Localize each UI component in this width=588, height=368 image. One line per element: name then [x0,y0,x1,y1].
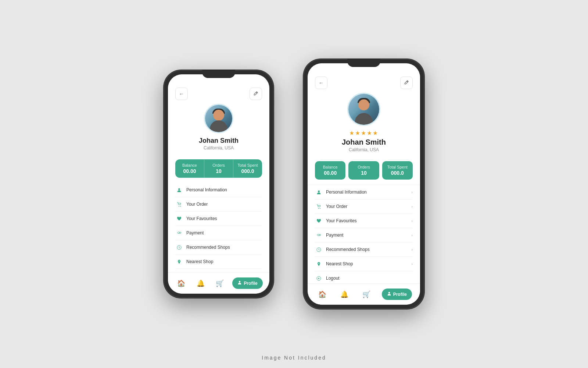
profile-icon-2 [387,291,391,297]
edit-button-1[interactable] [250,88,262,100]
svg-point-7 [239,281,240,282]
phone-2: ← [303,59,424,309]
nav-cart-1[interactable]: 🛒 [213,277,226,290]
nav-bell-2[interactable]: 🔔 [338,288,351,301]
profile-label-2: Profile [393,292,407,297]
menu-logout-2[interactable]: Logout [315,271,413,283]
payment-icon-2 [315,231,322,239]
chevron-pay-2: › [411,233,413,237]
phone-1: ← [164,70,274,298]
svg-point-1 [179,206,179,206]
back-button-1[interactable]: ← [175,88,188,100]
menu-nearest-shop-2[interactable]: Nearest Shop › [315,257,413,271]
location-icon-1 [175,258,183,265]
bottom-nav-2: 🏠 🔔 🛒 Profile [308,283,420,305]
phones-container: ← [164,59,424,309]
phone-2-inner: ← [308,63,420,305]
stat-orders-1: Orders 10 [204,159,233,178]
cart-icon-2 [315,203,322,210]
screen-header-1: ← [168,74,269,104]
menu-payment-1[interactable]: Payment [175,226,262,240]
stats-bar-1: Balance 00.00 Orders 10 Total Spent 000.… [175,159,262,178]
user-name-1: Johan Smith [199,137,239,145]
profile-section-1: Johan Smith California, USA [168,104,269,159]
nav-cart-2[interactable]: 🛒 [360,288,373,301]
nav-bell-1[interactable]: 🔔 [194,277,207,290]
profile-label-1: Profile [244,281,257,286]
notch-1 [202,70,235,78]
profile-section-2: ★★★★★ Johan Smith California, USA [308,93,420,161]
heart-icon-1 [175,215,183,222]
profile-icon-1 [237,280,242,286]
chevron-order-2: › [411,204,413,209]
menu-recommended-1[interactable]: Recommended Shops [175,240,262,255]
nav-home-2[interactable]: 🏠 [316,288,329,301]
edit-button-2[interactable] [400,77,413,89]
chevron-shop-2: › [411,262,413,266]
phone-1-inner: ← [168,74,269,294]
svg-point-10 [320,208,320,209]
stat-balance-1: Balance 00.00 [175,159,204,178]
stat-spent-2: Total Spent 000.0 [382,161,413,180]
chevron-personal-2: › [411,190,413,194]
stats-bar-2: Balance 00.00 Orders 10 Total Spent 000.… [315,161,413,180]
payment-icon-1 [175,229,183,237]
nav-profile-btn-2[interactable]: Profile [382,289,412,300]
avatar-placeholder-1 [205,105,232,132]
user-name-2: Johan Smith [342,138,386,146]
svg-point-5 [179,261,179,261]
notch-2 [347,59,380,67]
cart-icon-1 [175,201,183,208]
avatar-1 [204,104,233,133]
svg-point-15 [388,292,390,293]
menu-list-2: Personal Information › Your Order › [308,185,420,283]
bottom-nav-1: 🏠 🔔 🛒 Profile [168,272,269,294]
phone-1-screen: ← [168,74,269,294]
person-icon-2 [315,188,322,196]
avatar-2 [347,93,380,126]
menu-favourites-2[interactable]: Your Favourites › [315,214,413,228]
chevron-fav-2: › [411,219,413,223]
screen-header-2: ← [308,63,420,93]
person-icon-1 [175,186,183,194]
user-location-1: California, USA [204,145,234,151]
nav-home-1[interactable]: 🏠 [175,277,188,290]
menu-list-1: Personal Information Your Order Your Fav… [168,183,269,272]
svg-point-8 [318,190,320,192]
stat-spent-1: Total Spent 000.0 [233,159,262,178]
nav-profile-btn-1[interactable]: Profile [232,277,262,289]
back-button-2[interactable]: ← [315,77,327,89]
svg-point-2 [180,206,181,206]
menu-your-order-1[interactable]: Your Order [175,197,262,212]
bottom-label: Image Not Included [262,355,326,361]
chevron-rec-2: › [411,247,413,252]
stars-2: ★★★★★ [349,130,379,137]
logout-icon-2 [315,275,322,282]
menu-nearest-shop-1[interactable]: Nearest Shop [175,255,262,269]
stat-balance-2: Balance 00.00 [315,161,345,180]
stat-orders-2: Orders 10 [348,161,379,180]
menu-logout-1[interactable]: Logout [175,269,262,272]
location-icon-2 [315,260,322,268]
phone-2-screen: ← [308,63,420,305]
recommended-icon-2 [315,246,322,253]
avatar-placeholder-2 [348,94,379,125]
menu-recommended-2[interactable]: Recommended Shops › [315,243,413,257]
menu-personal-info-1[interactable]: Personal Information [175,183,262,197]
heart-icon-2 [315,217,322,224]
menu-your-order-2[interactable]: Your Order › [315,199,413,214]
svg-point-0 [178,188,180,190]
svg-point-13 [318,263,319,263]
menu-personal-info-2[interactable]: Personal Information › [315,185,413,199]
menu-favourites-1[interactable]: Your Favourites [175,212,262,226]
user-location-2: California, USA [349,147,379,152]
recommended-icon-1 [175,244,183,251]
svg-point-9 [318,208,319,209]
menu-payment-2[interactable]: Payment › [315,228,413,243]
